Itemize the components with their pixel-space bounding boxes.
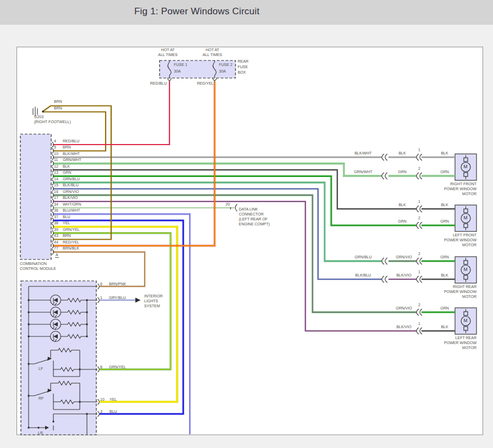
wire-label-brn-1: BRN xyxy=(54,99,62,104)
motor-name: POWER WINDOW xyxy=(444,238,476,242)
control-module-outline xyxy=(20,134,51,259)
wire-label-far: BLK/BLU xyxy=(355,273,371,278)
module-pin-color: BLU/WHT xyxy=(63,208,80,213)
wire-label-mid: BLK xyxy=(398,203,406,207)
wire-label-mid: GRN xyxy=(398,219,407,224)
wire-label-mid: BLK xyxy=(398,151,406,156)
module-pin-num: 16 xyxy=(54,190,58,194)
module-pin-color: GRN xyxy=(63,170,72,175)
connector-pin-number: 1 xyxy=(418,270,420,274)
wire-label-brn-2: BRN xyxy=(54,106,62,110)
switch-pin-num: 6 xyxy=(100,282,102,286)
motor-name: POWER WINDOW xyxy=(444,341,476,345)
ground-location: (RIGHT FOOTWELL) xyxy=(34,120,71,124)
module-pin-color: RED/YEL xyxy=(63,240,79,245)
switch-pin-color: GRN/YEL xyxy=(109,365,126,369)
wire-label-mid: BLK/VIO xyxy=(396,325,411,329)
window-switch-box-outline xyxy=(21,281,96,435)
wire-label-mid: BLK/VIO xyxy=(396,273,411,278)
module-pin-num: 10 xyxy=(54,152,58,156)
switch-pin-num: 3 xyxy=(100,410,102,414)
fuse1-name: FUSE 1 xyxy=(174,63,188,67)
module-pin-num: 39 xyxy=(54,228,58,232)
motor-name: RIGHT FRONT xyxy=(450,182,476,186)
all-times-label-2: ALL TIMES xyxy=(202,53,222,57)
switch-pin-color: YEL xyxy=(109,397,117,402)
motor-terminal xyxy=(464,209,468,213)
motor-name: MOTOR xyxy=(462,192,476,196)
motor-name: MOTOR xyxy=(462,346,476,350)
wire-label-near: BLK xyxy=(441,325,448,329)
wire-label-near: GRN xyxy=(440,306,449,311)
module-pin-color: BRN/BLK xyxy=(63,246,79,251)
module-pin-num: 5 xyxy=(54,145,56,150)
switch-pin-num: 1 xyxy=(100,296,102,300)
motor-terminal xyxy=(464,173,468,176)
module-pin-color: BLK/WHT xyxy=(63,152,80,156)
wire-label-red-yel: RED/YEL xyxy=(197,81,213,86)
module-pin-color: GRN/WHT xyxy=(63,158,81,162)
module-pin-num: 43 xyxy=(54,234,58,238)
module-pin-num: 11 xyxy=(54,158,58,162)
connector-pin-number: 1 xyxy=(418,322,420,326)
module-pin-color: BLK/VIO xyxy=(63,196,78,200)
motor-name: LEFT REAR xyxy=(456,336,476,340)
motor-name: RIGHT REAR xyxy=(453,285,476,289)
wire-label-near: GRN xyxy=(440,170,449,174)
module-pin-num: 36 xyxy=(54,208,58,213)
wire-label-near: BLK xyxy=(441,151,448,156)
module-pin-num: 4 xyxy=(54,139,56,143)
all-times-label-1: ALL TIMES xyxy=(158,53,177,57)
wire-label-red-blu: RED/BLU xyxy=(150,81,167,86)
ground-junction-dot xyxy=(42,110,44,113)
switch-label-lr: LR xyxy=(38,431,43,435)
interior-lights-2: LIGHTS xyxy=(144,299,158,303)
switch-label-lf: LF xyxy=(39,367,43,371)
switch-pin-color: BLU xyxy=(109,410,117,414)
ground-name: G203 xyxy=(34,115,43,119)
motor-name: LEFT FRONT xyxy=(453,233,476,237)
data-link-name-2: CONNECTOR xyxy=(239,212,264,217)
motor-terminal xyxy=(464,158,468,162)
motor-terminal xyxy=(464,327,468,330)
connector-pin-number: 2 xyxy=(418,167,420,171)
switch-pin-num: 8 xyxy=(100,365,102,369)
motor-name: MOTOR xyxy=(462,295,476,299)
switch-pin-color: BRN/PNK xyxy=(109,282,126,286)
motor-name: POWER WINDOW xyxy=(444,187,476,191)
switch-label-rf: RF xyxy=(39,396,43,401)
module-name-2: CONTROL MODULE xyxy=(20,267,56,271)
module-pin-color: BLK xyxy=(63,164,70,169)
data-link-name-1: DATA LINK xyxy=(239,207,258,212)
data-link-name-3: (LEFT REAR OF xyxy=(239,217,267,222)
motor-terminal xyxy=(464,224,468,228)
module-pin-num: 44 xyxy=(54,240,58,245)
module-pin-color: WHT/GRN xyxy=(63,202,81,207)
hot-at-label-1: HOT AT xyxy=(161,48,175,52)
motor-symbol: M xyxy=(463,318,467,323)
connector-pin-number: 2 xyxy=(418,252,420,256)
wire-label-far: BLK/WHT xyxy=(354,151,371,156)
wire-label-near: GRN xyxy=(440,255,449,259)
connector-pin-number: 2 xyxy=(418,216,420,220)
fuse2-name: FUSE 2 xyxy=(219,63,233,67)
wire-label-mid: GRN xyxy=(398,170,407,174)
module-name-1: COMBINATION xyxy=(20,262,47,266)
wire-label-mid: GRN/VIO xyxy=(396,306,412,311)
fuse2-rating: 30A xyxy=(219,69,226,74)
module-pin-num: 14 xyxy=(54,177,58,181)
motor-name: MOTOR xyxy=(462,243,476,247)
wire-label-far: GRN/WHT xyxy=(354,170,372,174)
module-pin-color: GRN/VIO xyxy=(63,190,79,194)
motor-terminal xyxy=(464,261,468,264)
motor-symbol: M xyxy=(463,215,467,220)
wire-label-near: GRN xyxy=(440,219,449,224)
module-pin-a: A xyxy=(55,253,59,258)
connector-pin-number: 1 xyxy=(418,200,420,204)
fuse-box-name-2: FUSE xyxy=(238,65,248,69)
module-pin-num: 38 xyxy=(54,221,58,225)
fuse-box-name-1: REAR xyxy=(238,59,248,64)
data-link-name-4: ENGINE COMPT) xyxy=(239,222,270,226)
wire-label-near: BLK xyxy=(441,203,448,207)
module-pin-color: GRN/YEL xyxy=(63,228,80,232)
